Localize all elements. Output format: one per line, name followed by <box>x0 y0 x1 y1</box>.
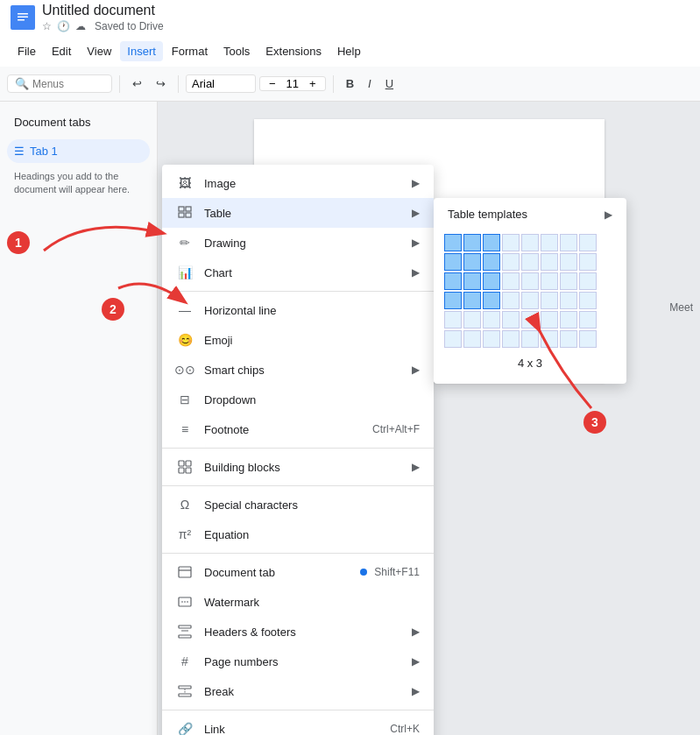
break-label: Break <box>204 685 405 698</box>
font-size-increase[interactable]: + <box>304 77 322 90</box>
link-shortcut: Ctrl+K <box>390 723 420 735</box>
headers-label: Headers & footers <box>204 625 405 639</box>
menu-item-page-numbers[interactable]: # Page numbers ▶ <box>162 647 434 676</box>
cloud-icon[interactable]: ☁ <box>75 20 86 32</box>
menu-item-hline[interactable]: — Horizontal line <box>162 295 434 325</box>
grid-cell[interactable] <box>483 272 500 290</box>
grid-cell[interactable] <box>463 253 481 271</box>
menu-item-drawing[interactable]: ✏ Drawing ▶ <box>162 228 434 258</box>
doc-title[interactable]: Untitled document <box>42 3 164 18</box>
menu-item-equation[interactable]: π² Equation <box>162 519 434 549</box>
history-icon[interactable]: 🕐 <box>57 20 70 32</box>
grid-cell[interactable] <box>521 272 539 290</box>
table-templates-row[interactable]: Table templates ▶ <box>434 201 626 227</box>
grid-cell[interactable] <box>560 234 577 251</box>
grid-cell[interactable] <box>541 272 558 290</box>
grid-cell[interactable] <box>579 272 597 290</box>
menu-tools[interactable]: Tools <box>216 41 257 61</box>
grid-cell[interactable] <box>463 272 481 290</box>
grid-cell[interactable] <box>502 253 520 271</box>
menu-item-image[interactable]: 🖼 Image ▶ <box>162 168 434 198</box>
grid-cell[interactable] <box>560 253 577 271</box>
grid-cell[interactable] <box>579 234 597 251</box>
grid-cell[interactable] <box>463 292 481 309</box>
menu-file[interactable]: File <box>11 41 43 61</box>
equation-icon: π² <box>176 526 194 543</box>
grid-cell[interactable] <box>483 253 500 271</box>
grid-cell[interactable] <box>444 292 462 309</box>
bold-button[interactable]: B <box>341 74 359 93</box>
smart-chips-icon: ⊙ <box>176 361 194 378</box>
menu-item-emoji[interactable]: 😊 Emoji <box>162 325 434 355</box>
toolbar-divider-1 <box>119 75 120 93</box>
menu-edit[interactable]: Edit <box>45 41 78 61</box>
grid-cell[interactable] <box>444 272 462 290</box>
menu-item-smart-chips[interactable]: ⊙ Smart chips ▶ <box>162 355 434 385</box>
font-name-selector[interactable]: Arial <box>186 74 256 93</box>
menu-insert[interactable]: Insert <box>120 41 163 61</box>
star-icon[interactable]: ☆ <box>42 20 52 32</box>
grid-cell[interactable] <box>463 311 481 329</box>
grid-cell[interactable] <box>560 272 577 290</box>
menu-item-doc-tab[interactable]: Document tab Shift+F11 <box>162 557 434 587</box>
menu-extensions[interactable]: Extensions <box>258 41 329 61</box>
doc-tab-label: Document tab <box>204 566 353 579</box>
grid-cell[interactable] <box>502 272 520 290</box>
grid-cell[interactable] <box>502 234 520 251</box>
search-input[interactable] <box>32 78 103 90</box>
menu-item-special-chars[interactable]: Ω Special characters <box>162 490 434 519</box>
grid-cell[interactable] <box>463 330 481 348</box>
menu-item-break[interactable]: Break ▶ <box>162 676 434 706</box>
grid-cell[interactable] <box>444 311 462 329</box>
undo-btn[interactable]: ↩ <box>127 74 147 93</box>
smart-chips-label: Smart chips <box>204 364 405 377</box>
smart-chips-arrow: ▶ <box>412 364 420 376</box>
redo-btn[interactable]: ↪ <box>151 74 171 93</box>
grid-cell[interactable] <box>541 234 558 251</box>
menu-help[interactable]: Help <box>330 41 368 61</box>
grid-cell[interactable] <box>483 330 500 348</box>
grid-cell[interactable] <box>483 311 500 329</box>
svg-rect-1 <box>18 13 28 15</box>
table-arrow: ▶ <box>412 207 420 219</box>
menu-item-headers[interactable]: Headers & footers ▶ <box>162 617 434 647</box>
toolbar-divider-3 <box>333 75 334 93</box>
sidebar-title: Document tabs <box>7 112 150 132</box>
menu-item-link[interactable]: 🔗 Link Ctrl+K <box>162 714 434 735</box>
italic-button[interactable]: I <box>363 74 377 93</box>
menu-item-building-blocks[interactable]: Building blocks ▶ <box>162 452 434 482</box>
special-chars-label: Special characters <box>204 498 420 512</box>
grid-cell[interactable] <box>579 253 597 271</box>
headers-icon <box>176 623 194 640</box>
grid-cell[interactable] <box>483 234 500 251</box>
grid-cell[interactable] <box>444 330 462 348</box>
link-label: Link <box>204 723 383 736</box>
svg-rect-3 <box>18 19 25 21</box>
dropdown-label: Dropdown <box>204 393 420 406</box>
menu-item-dropdown[interactable]: ⊟ Dropdown <box>162 385 434 414</box>
grid-cell[interactable] <box>521 253 539 271</box>
grid-cell[interactable] <box>541 253 558 271</box>
drawing-arrow: ▶ <box>412 237 420 249</box>
grid-cell[interactable] <box>483 292 500 309</box>
footnote-icon: ≡ <box>176 421 194 438</box>
grid-cell[interactable] <box>463 234 481 251</box>
menu-view[interactable]: View <box>80 41 118 61</box>
font-size-value[interactable]: 11 <box>281 77 304 90</box>
menu-item-footnote[interactable]: ≡ Footnote Ctrl+Alt+F <box>162 414 434 444</box>
watermark-label: Watermark <box>204 596 420 609</box>
toolbar-divider-2 <box>178 75 179 93</box>
font-size-control[interactable]: − 11 + <box>259 76 326 91</box>
menu-item-watermark[interactable]: Watermark <box>162 587 434 617</box>
menu-item-chart[interactable]: 📊 Chart ▶ <box>162 258 434 287</box>
search-box[interactable]: 🔍 <box>7 74 112 93</box>
grid-cell[interactable] <box>444 253 462 271</box>
grid-cell[interactable] <box>444 234 462 251</box>
underline-button[interactable]: U <box>380 74 399 93</box>
font-size-decrease[interactable]: − <box>264 77 281 90</box>
menu-format[interactable]: Format <box>165 41 215 61</box>
footnote-shortcut: Ctrl+Alt+F <box>372 423 420 435</box>
menu-item-table[interactable]: Table ▶ Table templates ▶ 4 x 3 <box>162 198 434 228</box>
grid-cell[interactable] <box>521 234 539 251</box>
sidebar-tab-1[interactable]: ☰ Tab 1 <box>7 139 150 163</box>
